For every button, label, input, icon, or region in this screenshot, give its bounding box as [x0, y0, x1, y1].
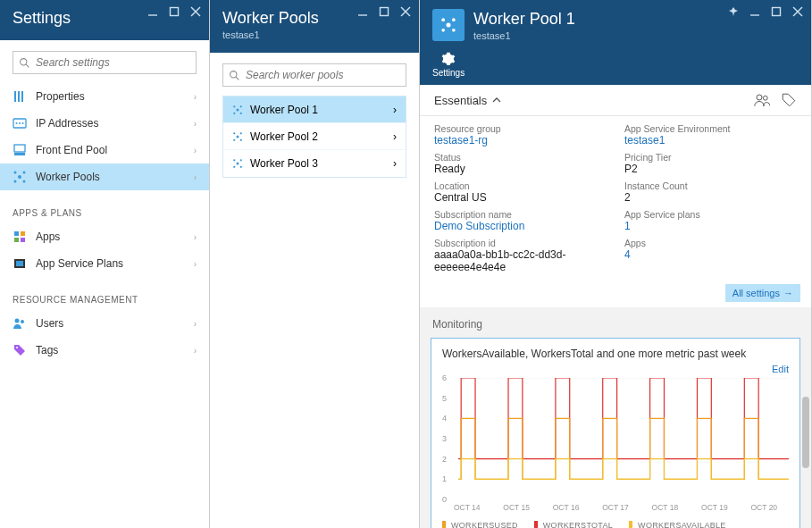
- y-tick-label: 2: [442, 455, 447, 464]
- svg-point-27: [21, 320, 24, 323]
- chevron-right-icon: ›: [393, 104, 397, 116]
- monitoring-section: Monitoring WorkersAvailable, WorkersTota…: [420, 307, 811, 528]
- essentials-field: Apps4: [624, 238, 797, 261]
- nav-item-tags[interactable]: Tags›: [0, 337, 209, 364]
- x-tick-label: OCT 20: [750, 503, 777, 512]
- scrollbar-thumb[interactable]: [802, 397, 809, 468]
- svg-rect-1: [171, 8, 179, 16]
- search-settings-input[interactable]: [36, 56, 190, 69]
- field-value: 2: [624, 191, 797, 204]
- x-tick-label: OCT 15: [503, 503, 530, 512]
- close-icon[interactable]: [399, 5, 412, 18]
- nav-item-apps[interactable]: Apps›: [0, 223, 209, 250]
- pool-item-worker-pool-2[interactable]: Worker Pool 2›: [223, 123, 406, 150]
- nav-item-label: Apps: [36, 230, 60, 243]
- field-label: Status: [434, 152, 607, 163]
- legend-item: WORKERSAVAILABLE0: [629, 521, 726, 528]
- svg-rect-23: [21, 238, 25, 242]
- svg-point-60: [763, 96, 767, 100]
- worker-pool-icon: [232, 105, 243, 115]
- svg-rect-20: [14, 231, 19, 236]
- essentials-toggle[interactable]: Essentials: [434, 94, 501, 107]
- chevron-right-icon: ›: [194, 346, 197, 356]
- chart-series-workersavailable: [458, 459, 789, 480]
- maximize-icon[interactable]: [378, 5, 390, 18]
- chevron-right-icon: ›: [194, 119, 197, 129]
- y-tick-label: 0: [442, 495, 447, 504]
- nav-item-label: IP Addresses: [36, 117, 99, 130]
- search-worker-pools[interactable]: [222, 63, 406, 87]
- maximize-icon[interactable]: [168, 5, 180, 18]
- edit-button[interactable]: Edit: [442, 364, 789, 374]
- pin-icon[interactable]: [727, 5, 740, 18]
- all-settings-button[interactable]: All settings →: [725, 284, 800, 302]
- legend-name: WORKERSTOTAL: [543, 521, 613, 528]
- nav-item-worker-pools[interactable]: Worker Pools›: [0, 163, 209, 190]
- svg-point-41: [233, 132, 235, 134]
- field-label: App Service Environment: [624, 123, 797, 134]
- tag-icon[interactable]: [781, 92, 797, 108]
- svg-point-59: [757, 95, 762, 100]
- tags-icon: [13, 343, 27, 357]
- legend-item: WORKERSTOTAL2: [534, 521, 613, 528]
- section-resource-mgmt: RESOURCE MANAGEMENT: [0, 281, 209, 310]
- field-value[interactable]: testase1: [624, 134, 797, 147]
- users-icon[interactable]: [754, 92, 770, 108]
- svg-point-17: [23, 172, 26, 174]
- pool-item-worker-pool-1[interactable]: Worker Pool 1›: [223, 96, 406, 123]
- nav-item-properties[interactable]: Properties›: [0, 83, 209, 110]
- minimize-icon[interactable]: [356, 5, 369, 18]
- chevron-right-icon: ›: [194, 259, 197, 269]
- svg-point-36: [233, 105, 235, 107]
- properties-icon: [13, 89, 27, 104]
- x-tick-label: OCT 16: [553, 503, 580, 512]
- nav-item-ip-addresses[interactable]: IP Addresses›: [0, 110, 209, 137]
- maximize-icon[interactable]: [770, 5, 783, 18]
- legend-item: WORKERSUSED1: [442, 521, 518, 528]
- close-icon[interactable]: [189, 5, 202, 18]
- worker-pool-detail-blade: Worker Pool 1 testase1 Settings Essentia…: [420, 0, 812, 528]
- monitoring-card[interactable]: WorkersAvailable, WorkersTotal and one m…: [431, 338, 800, 528]
- minimize-icon[interactable]: [749, 5, 761, 18]
- nav-item-label: Properties: [36, 90, 85, 103]
- svg-line-5: [26, 64, 29, 67]
- field-value[interactable]: testase1-rg: [434, 134, 607, 147]
- field-label: App Service plans: [624, 209, 797, 220]
- settings-button[interactable]: Settings: [432, 52, 465, 78]
- svg-point-45: [237, 163, 239, 165]
- close-icon[interactable]: [791, 5, 804, 18]
- worker-pool-icon: [232, 158, 243, 169]
- svg-point-26: [15, 319, 20, 323]
- chevron-right-icon: ›: [194, 92, 197, 102]
- svg-rect-22: [14, 238, 19, 242]
- chart-title: WorkersAvailable, WorkersTotal and one m…: [442, 348, 789, 360]
- chevron-right-icon: ›: [393, 130, 397, 143]
- minimize-icon[interactable]: [146, 5, 159, 18]
- svg-rect-7: [18, 91, 20, 102]
- svg-point-12: [22, 122, 24, 124]
- svg-point-39: [240, 112, 242, 113]
- nav-item-label: Tags: [36, 344, 58, 356]
- worker-pool-subtitle: testase1: [473, 30, 575, 41]
- field-value[interactable]: 4: [624, 248, 797, 261]
- field-label: Apps: [624, 238, 797, 248]
- svg-rect-30: [381, 8, 389, 16]
- search-settings[interactable]: [13, 51, 197, 74]
- nav-item-label: Front End Pool: [36, 144, 107, 156]
- field-value[interactable]: 1: [624, 220, 797, 232]
- chevron-right-icon: ›: [194, 172, 197, 182]
- nav-item-app-service-plans[interactable]: App Service Plans›: [0, 250, 209, 277]
- pool-item-worker-pool-3[interactable]: Worker Pool 3›: [223, 150, 406, 177]
- svg-rect-14: [14, 153, 25, 155]
- field-value[interactable]: Demo Subscription: [434, 220, 607, 232]
- svg-point-57: [441, 29, 445, 32]
- nav-item-label: Users: [36, 317, 63, 330]
- nav-item-users[interactable]: Users›: [0, 310, 209, 337]
- svg-point-4: [21, 58, 27, 64]
- essentials-label: Essentials: [434, 94, 487, 107]
- svg-point-16: [14, 172, 17, 174]
- search-worker-pools-input[interactable]: [246, 69, 400, 81]
- field-value: Ready: [434, 163, 607, 175]
- nav-item-front-end-pool[interactable]: Front End Pool›: [0, 137, 209, 163]
- field-label: Instance Count: [624, 180, 797, 191]
